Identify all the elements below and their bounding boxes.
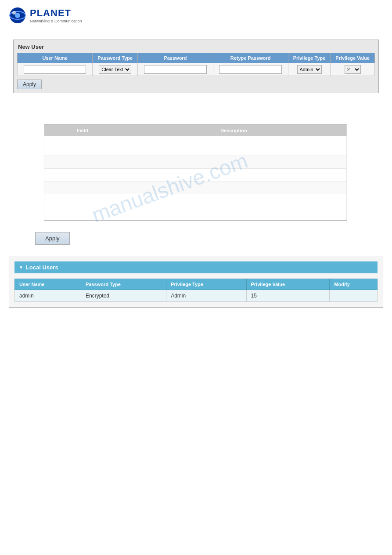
- local-col-username: User Name: [15, 279, 81, 290]
- local-users-table: User Name Password Type Privilege Type P…: [14, 279, 378, 302]
- new-user-title: New User: [17, 44, 375, 50]
- local-users-title: Local Users: [26, 264, 58, 271]
- planet-logo-icon: [9, 7, 26, 24]
- logo-sub-label: Networking & Communication: [30, 19, 82, 23]
- local-privilege-type: Admin: [166, 290, 246, 302]
- logo-planet-label: PLANET: [30, 7, 82, 19]
- privilege-type-select[interactable]: Admin User: [297, 65, 322, 74]
- desc-row-3: [44, 169, 347, 181]
- local-col-privilege-value: Privilege Value: [246, 279, 330, 290]
- privilege-value-cell: 2 15: [331, 63, 375, 76]
- header: PLANET Networking & Communication: [0, 0, 392, 31]
- col-retype-password: Retype Password: [213, 53, 288, 63]
- svg-point-3: [12, 11, 16, 15]
- password-type-cell: Clear Text Encrypted: [93, 63, 138, 76]
- desc-row-4: [44, 181, 347, 194]
- local-users-box: ▼ Local Users User Name Password Type Pr…: [9, 256, 383, 308]
- new-user-form-row: Clear Text Encrypted Admin User: [18, 63, 375, 76]
- privilege-type-cell: Admin User: [288, 63, 331, 76]
- local-modify: [330, 290, 378, 302]
- apply-button-1[interactable]: Apply: [17, 80, 42, 89]
- local-col-privilege-type: Privilege Type: [166, 279, 246, 290]
- desc-col-field: Field: [44, 125, 121, 136]
- logo-text: PLANET Networking & Communication: [30, 7, 82, 23]
- svg-point-2: [15, 13, 20, 18]
- new-user-table: User Name Password Type Password Retype …: [17, 53, 375, 76]
- col-password-type: Password Type: [93, 53, 138, 63]
- col-privilege-value: Privilege Value: [331, 53, 375, 63]
- local-users-header: ▼ Local Users: [14, 261, 378, 273]
- retype-password-input[interactable]: [219, 65, 281, 74]
- username-input[interactable]: [24, 65, 86, 74]
- username-cell: [18, 63, 93, 76]
- desc-table: Field Description: [44, 124, 347, 221]
- col-username: User Name: [18, 53, 93, 63]
- new-user-box: New User User Name Password Type Passwor…: [13, 40, 379, 93]
- local-user-row: admin Encrypted Admin 15: [15, 290, 378, 302]
- collapse-icon: ▼: [19, 265, 23, 270]
- local-username: admin: [15, 290, 81, 302]
- retype-password-cell: [213, 63, 288, 76]
- password-type-select[interactable]: Clear Text Encrypted: [99, 65, 131, 74]
- desc-col-description: Description: [121, 125, 346, 136]
- main-content: New User User Name Password Type Passwor…: [0, 31, 392, 111]
- col-privilege-type: Privilege Type: [288, 53, 331, 63]
- privilege-value-select[interactable]: 2 15: [345, 65, 361, 74]
- local-col-modify: Modify: [330, 279, 378, 290]
- desc-row-1: [44, 136, 347, 156]
- local-col-password-type: Password Type: [81, 279, 166, 290]
- local-privilege-value: 15: [246, 290, 330, 302]
- logo-area: PLANET Networking & Communication: [9, 7, 383, 24]
- col-password: Password: [138, 53, 213, 63]
- desc-row-2: [44, 156, 347, 169]
- desc-row-5: [44, 194, 347, 221]
- password-input[interactable]: [144, 65, 206, 74]
- apply-button-2[interactable]: Apply: [35, 232, 70, 245]
- local-password-type: Encrypted: [81, 290, 166, 302]
- password-cell: [138, 63, 213, 76]
- middle-desc-section: Field Description: [44, 124, 379, 221]
